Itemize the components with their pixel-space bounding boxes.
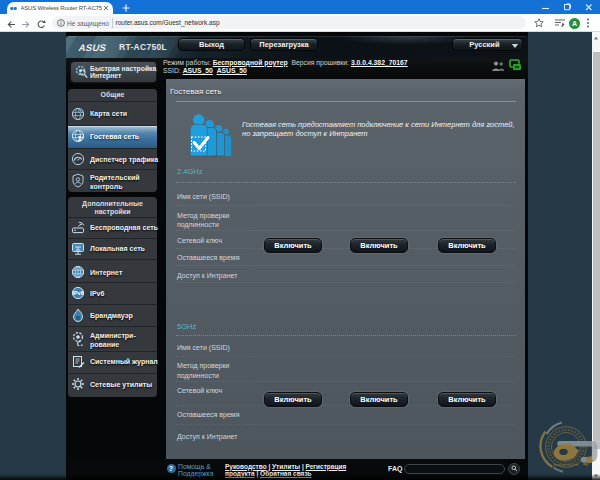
svg-text:4g: 4g	[583, 461, 588, 466]
svg-text:IPv6: IPv6	[73, 290, 84, 296]
svg-text:www.gecid.com: www.gecid.com	[554, 463, 579, 467]
